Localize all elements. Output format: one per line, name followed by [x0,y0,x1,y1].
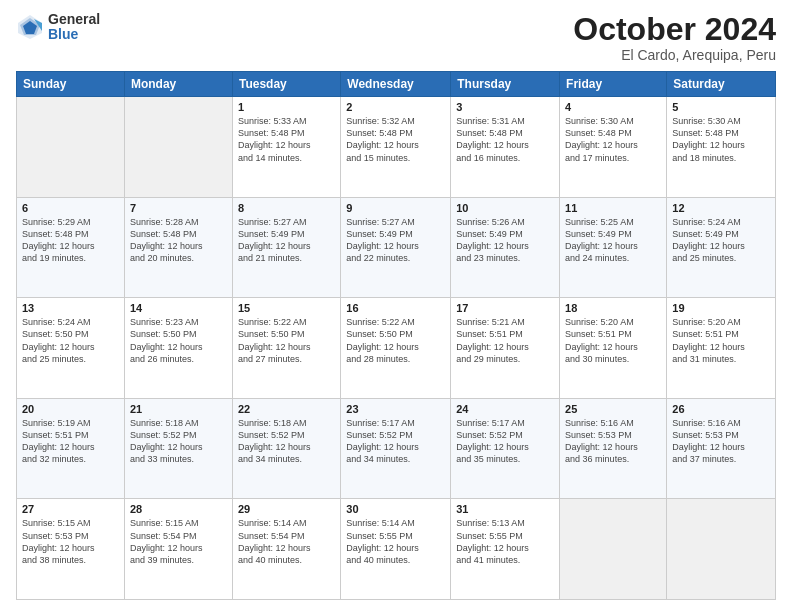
day-number: 14 [130,302,227,314]
calendar-cell: 13Sunrise: 5:24 AMSunset: 5:50 PMDayligh… [17,298,125,399]
day-number: 5 [672,101,770,113]
location: El Cardo, Arequipa, Peru [573,47,776,63]
day-info: Sunrise: 5:18 AMSunset: 5:52 PMDaylight:… [238,417,335,466]
day-number: 8 [238,202,335,214]
day-number: 18 [565,302,661,314]
calendar-cell: 2Sunrise: 5:32 AMSunset: 5:48 PMDaylight… [341,97,451,198]
calendar-cell: 25Sunrise: 5:16 AMSunset: 5:53 PMDayligh… [560,398,667,499]
header: General Blue October 2024 El Cardo, Areq… [16,12,776,63]
calendar-week-row: 1Sunrise: 5:33 AMSunset: 5:48 PMDaylight… [17,97,776,198]
day-number: 25 [565,403,661,415]
day-number: 11 [565,202,661,214]
calendar-cell: 16Sunrise: 5:22 AMSunset: 5:50 PMDayligh… [341,298,451,399]
weekday-header-friday: Friday [560,72,667,97]
day-number: 23 [346,403,445,415]
day-info: Sunrise: 5:23 AMSunset: 5:50 PMDaylight:… [130,316,227,365]
calendar-cell: 22Sunrise: 5:18 AMSunset: 5:52 PMDayligh… [232,398,340,499]
calendar-cell: 8Sunrise: 5:27 AMSunset: 5:49 PMDaylight… [232,197,340,298]
weekday-header-tuesday: Tuesday [232,72,340,97]
day-info: Sunrise: 5:17 AMSunset: 5:52 PMDaylight:… [456,417,554,466]
calendar-cell: 20Sunrise: 5:19 AMSunset: 5:51 PMDayligh… [17,398,125,499]
day-info: Sunrise: 5:32 AMSunset: 5:48 PMDaylight:… [346,115,445,164]
day-info: Sunrise: 5:21 AMSunset: 5:51 PMDaylight:… [456,316,554,365]
calendar-cell [560,499,667,600]
calendar-cell: 28Sunrise: 5:15 AMSunset: 5:54 PMDayligh… [124,499,232,600]
calendar-cell: 29Sunrise: 5:14 AMSunset: 5:54 PMDayligh… [232,499,340,600]
day-info: Sunrise: 5:33 AMSunset: 5:48 PMDaylight:… [238,115,335,164]
calendar-cell: 10Sunrise: 5:26 AMSunset: 5:49 PMDayligh… [451,197,560,298]
weekday-header-saturday: Saturday [667,72,776,97]
day-number: 13 [22,302,119,314]
day-info: Sunrise: 5:17 AMSunset: 5:52 PMDaylight:… [346,417,445,466]
calendar-table: SundayMondayTuesdayWednesdayThursdayFrid… [16,71,776,600]
logo-blue-text: Blue [48,27,100,42]
day-info: Sunrise: 5:22 AMSunset: 5:50 PMDaylight:… [238,316,335,365]
calendar-week-row: 6Sunrise: 5:29 AMSunset: 5:48 PMDaylight… [17,197,776,298]
calendar-cell: 23Sunrise: 5:17 AMSunset: 5:52 PMDayligh… [341,398,451,499]
day-info: Sunrise: 5:25 AMSunset: 5:49 PMDaylight:… [565,216,661,265]
calendar-cell: 17Sunrise: 5:21 AMSunset: 5:51 PMDayligh… [451,298,560,399]
calendar-cell: 11Sunrise: 5:25 AMSunset: 5:49 PMDayligh… [560,197,667,298]
weekday-header-thursday: Thursday [451,72,560,97]
day-number: 15 [238,302,335,314]
page: General Blue October 2024 El Cardo, Areq… [0,0,792,612]
day-info: Sunrise: 5:16 AMSunset: 5:53 PMDaylight:… [565,417,661,466]
weekday-header-sunday: Sunday [17,72,125,97]
day-number: 7 [130,202,227,214]
calendar-cell: 5Sunrise: 5:30 AMSunset: 5:48 PMDaylight… [667,97,776,198]
calendar-cell: 27Sunrise: 5:15 AMSunset: 5:53 PMDayligh… [17,499,125,600]
day-number: 12 [672,202,770,214]
day-info: Sunrise: 5:27 AMSunset: 5:49 PMDaylight:… [346,216,445,265]
day-number: 6 [22,202,119,214]
calendar-cell: 26Sunrise: 5:16 AMSunset: 5:53 PMDayligh… [667,398,776,499]
day-info: Sunrise: 5:29 AMSunset: 5:48 PMDaylight:… [22,216,119,265]
day-number: 24 [456,403,554,415]
day-number: 22 [238,403,335,415]
day-info: Sunrise: 5:19 AMSunset: 5:51 PMDaylight:… [22,417,119,466]
calendar-cell: 18Sunrise: 5:20 AMSunset: 5:51 PMDayligh… [560,298,667,399]
calendar-cell [124,97,232,198]
day-info: Sunrise: 5:30 AMSunset: 5:48 PMDaylight:… [565,115,661,164]
day-number: 28 [130,503,227,515]
calendar-cell: 3Sunrise: 5:31 AMSunset: 5:48 PMDaylight… [451,97,560,198]
day-info: Sunrise: 5:30 AMSunset: 5:48 PMDaylight:… [672,115,770,164]
logo-text: General Blue [48,12,100,43]
day-info: Sunrise: 5:14 AMSunset: 5:54 PMDaylight:… [238,517,335,566]
month-title: October 2024 [573,12,776,47]
calendar-cell: 12Sunrise: 5:24 AMSunset: 5:49 PMDayligh… [667,197,776,298]
day-number: 16 [346,302,445,314]
calendar-cell: 19Sunrise: 5:20 AMSunset: 5:51 PMDayligh… [667,298,776,399]
day-info: Sunrise: 5:18 AMSunset: 5:52 PMDaylight:… [130,417,227,466]
calendar-cell [17,97,125,198]
calendar-cell: 4Sunrise: 5:30 AMSunset: 5:48 PMDaylight… [560,97,667,198]
day-number: 1 [238,101,335,113]
calendar-cell: 21Sunrise: 5:18 AMSunset: 5:52 PMDayligh… [124,398,232,499]
day-number: 31 [456,503,554,515]
day-number: 27 [22,503,119,515]
day-info: Sunrise: 5:27 AMSunset: 5:49 PMDaylight:… [238,216,335,265]
day-number: 3 [456,101,554,113]
calendar-cell: 30Sunrise: 5:14 AMSunset: 5:55 PMDayligh… [341,499,451,600]
day-number: 9 [346,202,445,214]
calendar-week-row: 13Sunrise: 5:24 AMSunset: 5:50 PMDayligh… [17,298,776,399]
day-info: Sunrise: 5:26 AMSunset: 5:49 PMDaylight:… [456,216,554,265]
calendar-week-row: 27Sunrise: 5:15 AMSunset: 5:53 PMDayligh… [17,499,776,600]
day-info: Sunrise: 5:13 AMSunset: 5:55 PMDaylight:… [456,517,554,566]
weekday-header-monday: Monday [124,72,232,97]
day-info: Sunrise: 5:14 AMSunset: 5:55 PMDaylight:… [346,517,445,566]
calendar-cell: 9Sunrise: 5:27 AMSunset: 5:49 PMDaylight… [341,197,451,298]
day-info: Sunrise: 5:20 AMSunset: 5:51 PMDaylight:… [672,316,770,365]
day-info: Sunrise: 5:31 AMSunset: 5:48 PMDaylight:… [456,115,554,164]
weekday-header-wednesday: Wednesday [341,72,451,97]
day-info: Sunrise: 5:16 AMSunset: 5:53 PMDaylight:… [672,417,770,466]
day-number: 21 [130,403,227,415]
calendar-cell: 14Sunrise: 5:23 AMSunset: 5:50 PMDayligh… [124,298,232,399]
day-number: 19 [672,302,770,314]
day-number: 29 [238,503,335,515]
calendar-cell: 24Sunrise: 5:17 AMSunset: 5:52 PMDayligh… [451,398,560,499]
day-info: Sunrise: 5:24 AMSunset: 5:50 PMDaylight:… [22,316,119,365]
calendar-cell: 31Sunrise: 5:13 AMSunset: 5:55 PMDayligh… [451,499,560,600]
day-info: Sunrise: 5:22 AMSunset: 5:50 PMDaylight:… [346,316,445,365]
logo-icon [16,13,44,41]
title-section: October 2024 El Cardo, Arequipa, Peru [573,12,776,63]
